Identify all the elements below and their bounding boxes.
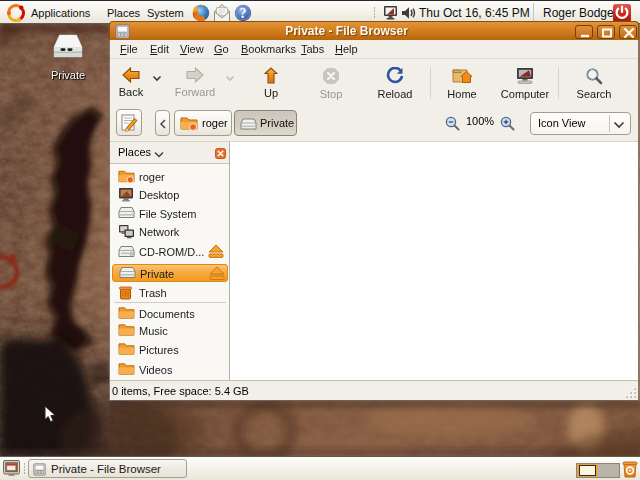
svg-text:?: ? <box>240 6 247 21</box>
